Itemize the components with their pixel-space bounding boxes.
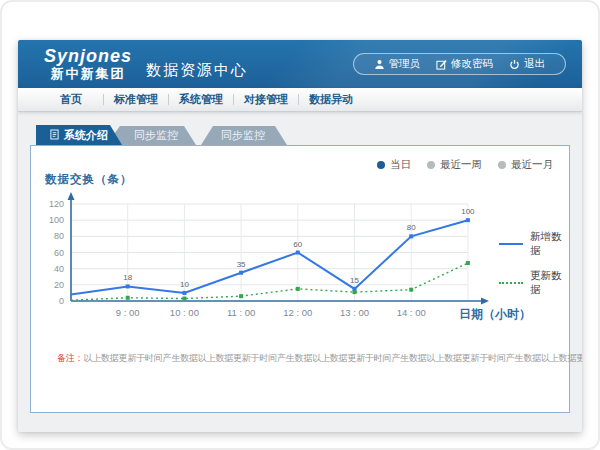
svg-text:0: 0 [59,296,64,306]
nav-divider [168,94,169,105]
tab-label: 同步监控 [221,128,265,143]
main-nav: 首页 标准管理 系统管理 对接管理 数据异动 [18,88,582,112]
legend-label: 新增数据 [530,230,569,258]
svg-text:9 : 00: 9 : 00 [116,307,140,318]
radio-unselected-icon [498,161,506,169]
logo-text-cn: 新中新集团 [44,67,132,82]
radio-today[interactable]: 当日 [377,158,411,172]
nav-divider [103,94,104,105]
legend-item-updated-data[interactable]: 更新数据 [499,269,569,297]
svg-text:13 : 00: 13 : 00 [340,307,369,318]
svg-text:80: 80 [407,223,416,232]
radio-unselected-icon [427,161,435,169]
svg-text:18: 18 [123,273,132,282]
svg-text:15: 15 [350,276,359,285]
svg-text:10 : 00: 10 : 00 [170,307,199,318]
svg-text:11 : 00: 11 : 00 [227,307,255,318]
logo-text-en: Synjones [44,46,132,67]
chart-legend: 新增数据 更新数据 [499,230,569,297]
document-icon [50,129,59,142]
radio-label: 最近一月 [511,158,553,172]
app-header: Synjones 新中新集团 数据资源中心 管理员 修改密码 退出 [18,40,582,88]
dotted-line-icon [499,282,523,284]
legend-item-new-data[interactable]: 新增数据 [499,230,569,258]
current-user[interactable]: 管理员 [374,57,421,71]
radio-last-week[interactable]: 最近一周 [427,158,482,172]
tab-bar: 系统介绍 同步监控 同步监控 [36,125,582,145]
change-password-label: 修改密码 [451,57,493,71]
legend-label: 更新数据 [530,269,569,297]
svg-text:100: 100 [49,215,64,225]
tab-label: 系统介绍 [64,128,108,143]
nav-item-home[interactable]: 首页 [42,92,100,107]
tab-label: 同步监控 [134,128,178,143]
svg-text:40: 40 [54,264,64,274]
company-logo: Synjones 新中新集团 [44,46,132,88]
content-area: 系统介绍 同步监控 同步监控 当日 最近一周 [18,112,582,431]
logout-button[interactable]: 退出 [509,57,545,71]
footnote-text: 以上数据更新于时间产生数据以上数据更新于时间产生数据以上数据更新于时间产生数据以… [83,353,582,363]
nav-divider [298,94,299,105]
svg-text:60: 60 [293,240,302,249]
footnote-label: 备注： [57,353,83,363]
svg-text:12 : 00: 12 : 00 [283,307,312,318]
tab-sync-monitor-2[interactable]: 同步监控 [199,126,287,145]
radio-label: 最近一周 [440,158,482,172]
app-window: Synjones 新中新集团 数据资源中心 管理员 修改密码 退出 [18,40,582,432]
edit-icon [436,59,447,70]
radio-last-month[interactable]: 最近一月 [498,158,553,172]
radio-label: 当日 [390,158,411,172]
y-axis-title: 数据交换（条） [45,172,133,187]
nav-item-system-mgmt[interactable]: 系统管理 [172,92,230,107]
nav-divider [233,94,234,105]
svg-text:35: 35 [237,260,246,269]
nav-item-standard-mgmt[interactable]: 标准管理 [107,92,165,107]
svg-text:80: 80 [54,231,64,241]
footnote: 备注：以上数据更新于时间产生数据以上数据更新于时间产生数据以上数据更新于时间产生… [57,352,582,365]
svg-text:日期（小时）: 日期（小时） [459,307,531,321]
line-chart: 0204060801001209 : 0010 : 0011 : 0012 : … [41,188,561,348]
chart-panel: 当日 最近一周 最近一月 数据交换（条） 0204060801001209 : … [30,145,570,413]
page-title: 数据资源中心 [146,61,248,80]
svg-text:60: 60 [54,248,64,258]
nav-item-interface-mgmt[interactable]: 对接管理 [237,92,295,107]
svg-text:20: 20 [54,280,64,290]
svg-text:10: 10 [180,280,189,289]
radio-selected-icon [377,161,385,169]
time-range-radios: 当日 最近一周 最近一月 [377,158,553,172]
change-password-button[interactable]: 修改密码 [436,57,493,71]
svg-text:100: 100 [461,207,475,216]
power-icon [509,59,520,70]
user-icon [374,59,385,70]
user-menu: 管理员 修改密码 退出 [353,53,567,75]
svg-text:14 : 00: 14 : 00 [397,307,426,318]
svg-text:120: 120 [49,199,64,209]
nav-item-data-change[interactable]: 数据异动 [302,92,360,107]
current-user-label: 管理员 [389,57,421,71]
tab-system-intro[interactable]: 系统介绍 [36,125,122,145]
logout-label: 退出 [524,57,545,71]
solid-line-icon [499,243,523,245]
